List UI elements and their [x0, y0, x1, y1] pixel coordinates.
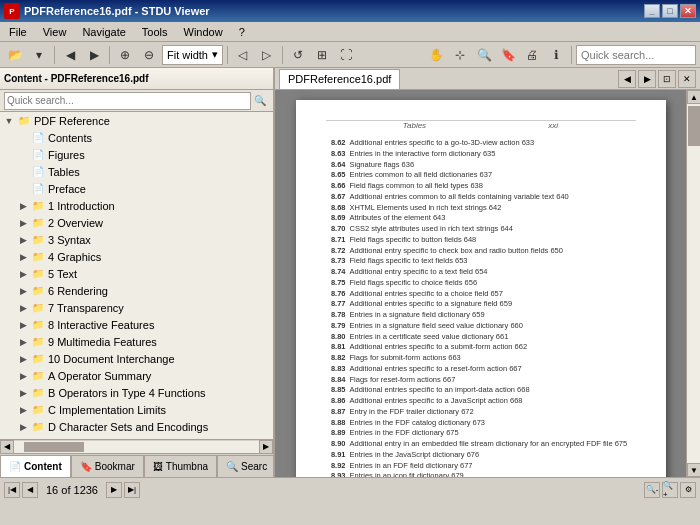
tree-toggle-ch7[interactable]: ▶ [16, 301, 30, 315]
status-settings-button[interactable]: ⚙ [680, 482, 696, 498]
hscroll-left-button[interactable]: ◀ [0, 440, 14, 454]
panel-search-button[interactable]: 🔍 [251, 92, 269, 110]
tree-item-ch1[interactable]: ▶ 📁 1 Introduction [0, 197, 273, 214]
tree-icon-chA: 📁 [30, 368, 46, 384]
pdf-detach-button[interactable]: ⊡ [658, 70, 676, 88]
tree-toggle-ch1[interactable]: ▶ [16, 199, 30, 213]
hscroll-thumb[interactable] [24, 442, 84, 452]
pdf-tab-bar: PDFReference16.pdf ◀ ▶ ⊡ ✕ [275, 68, 700, 90]
tree-item-chD[interactable]: ▶ 📁 D Character Sets and Encodings [0, 418, 273, 435]
tree-item-ch4[interactable]: ▶ 📁 4 Graphics [0, 248, 273, 265]
tree-item-root[interactable]: ▼ 📁 PDF Reference [0, 112, 273, 129]
tab-content[interactable]: 📄 Content [0, 455, 71, 477]
pdf-vscroll-track[interactable] [687, 104, 700, 463]
tree-item-chC[interactable]: ▶ 📁 C Implementation Limits [0, 401, 273, 418]
tree-item-chB[interactable]: ▶ 📁 B Operators in Type 4 Functions [0, 384, 273, 401]
tree-item-preface[interactable]: 📄 Preface [0, 180, 273, 197]
tab-search[interactable]: 🔍 Searc [217, 455, 275, 477]
tree-toggle-ch8[interactable]: ▶ [16, 318, 30, 332]
toolbar-open-button[interactable]: 📂 [4, 44, 26, 66]
tab-bookmark[interactable]: 🔖 Bookmar [71, 455, 144, 477]
status-next-page-button[interactable]: ▶ [106, 482, 122, 498]
menu-tools[interactable]: Tools [135, 24, 175, 40]
maximize-button[interactable]: □ [662, 4, 678, 18]
pdf-file-tab[interactable]: PDFReference16.pdf [279, 69, 400, 89]
pdf-nav-right-button[interactable]: ▶ [638, 70, 656, 88]
tree-item-ch9[interactable]: ▶ 📁 9 Multimedia Features [0, 333, 273, 350]
menu-window[interactable]: Window [177, 24, 230, 40]
minimize-button[interactable]: _ [644, 4, 660, 18]
menu-navigate[interactable]: Navigate [75, 24, 132, 40]
tree-item-ch3[interactable]: ▶ 📁 3 Syntax [0, 231, 273, 248]
panel-search-box[interactable] [4, 92, 251, 110]
toolbar-back-button[interactable]: ◀ [59, 44, 81, 66]
toolbar-forward-button[interactable]: ▶ [83, 44, 105, 66]
toolbar-hand-button[interactable]: ✋ [425, 44, 447, 66]
tree-toggle-ch6[interactable]: ▶ [16, 284, 30, 298]
toolbar-zoom-in-button[interactable]: ⊕ [114, 44, 136, 66]
tree-toggle-ch10[interactable]: ▶ [16, 352, 30, 366]
menu-help[interactable]: ? [232, 24, 252, 40]
pdf-close-button[interactable]: ✕ [678, 70, 696, 88]
status-prev-page-button[interactable]: ◀ [22, 482, 38, 498]
tree-item-ch8[interactable]: ▶ 📁 8 Interactive Features [0, 316, 273, 333]
toolbar-next-page-button[interactable]: ▷ [256, 44, 278, 66]
pdf-vscroll-down-button[interactable]: ▼ [687, 463, 700, 477]
toolbar-zoom-select-button[interactable]: 🔍 [473, 44, 495, 66]
toolbar-fit-page-button[interactable]: ⊞ [311, 44, 333, 66]
hscroll-track[interactable] [14, 441, 259, 453]
menu-file[interactable]: File [2, 24, 34, 40]
pdf-nav-left-button[interactable]: ◀ [618, 70, 636, 88]
toolbar-bookmark-button[interactable]: 🔖 [497, 44, 519, 66]
left-panel-hscroll[interactable]: ◀ ▶ [0, 439, 273, 453]
pdf-entry: 8.82Flags for submit-form actions 663 [326, 353, 636, 363]
toolbar-print-button[interactable]: 🖨 [521, 44, 543, 66]
tree-item-contents[interactable]: 📄 Contents [0, 129, 273, 146]
tree-item-chA[interactable]: ▶ 📁 A Operator Summary [0, 367, 273, 384]
tree-item-ch10[interactable]: ▶ 📁 10 Document Interchange [0, 350, 273, 367]
toolbar-fullscreen-button[interactable]: ⛶ [335, 44, 357, 66]
tree-label-tables: Tables [48, 166, 80, 178]
pdf-vscroll[interactable]: ▲ ▼ [686, 90, 700, 477]
tree-toggle-chC[interactable]: ▶ [16, 403, 30, 417]
hscroll-right-button[interactable]: ▶ [259, 440, 273, 454]
tree-toggle-ch4[interactable]: ▶ [16, 250, 30, 264]
panel-search-input[interactable] [7, 95, 248, 106]
tree-item-ch2[interactable]: ▶ 📁 2 Overview [0, 214, 273, 231]
tree-label-ch7: 7 Transparency [48, 302, 124, 314]
toolbar-rotate-button[interactable]: ↺ [287, 44, 309, 66]
status-zoom-out-button[interactable]: 🔍- [644, 482, 660, 498]
status-right: 🔍- 🔍+ ⚙ [644, 482, 696, 498]
toolbar-separator-2 [109, 46, 110, 64]
fit-width-dropdown[interactable]: Fit width ▾ [162, 45, 223, 65]
toolbar-select-button[interactable]: ⊹ [449, 44, 471, 66]
toolbar-zoom-out-button[interactable]: ⊖ [138, 44, 160, 66]
status-first-page-button[interactable]: |◀ [4, 482, 20, 498]
pdf-vscroll-up-button[interactable]: ▲ [687, 90, 700, 104]
status-zoom-in-button[interactable]: 🔍+ [662, 482, 678, 498]
pdf-content[interactable]: Tables xxi 8.62Additional entries specif… [275, 90, 686, 477]
toolbar-dropdown-button[interactable]: ▾ [28, 44, 50, 66]
tree-toggle-root[interactable]: ▼ [2, 114, 16, 128]
tree-item-ch7[interactable]: ▶ 📁 7 Transparency [0, 299, 273, 316]
toolbar-properties-button[interactable]: ℹ [545, 44, 567, 66]
toolbar-prev-page-button[interactable]: ◁ [232, 44, 254, 66]
tree-item-tables[interactable]: 📄 Tables [0, 163, 273, 180]
tree-toggle-ch9[interactable]: ▶ [16, 335, 30, 349]
menu-view[interactable]: View [36, 24, 74, 40]
tree-toggle-chD[interactable]: ▶ [16, 420, 30, 434]
tab-thumbnail[interactable]: 🖼 Thumbna [144, 455, 217, 477]
quick-search-input[interactable] [576, 45, 696, 65]
tree-toggle-chB[interactable]: ▶ [16, 386, 30, 400]
tree-item-ch5[interactable]: ▶ 📁 5 Text [0, 265, 273, 282]
status-last-page-button[interactable]: ▶| [124, 482, 140, 498]
pdf-vscroll-thumb[interactable] [688, 106, 700, 146]
tree-item-figures[interactable]: 📄 Figures [0, 146, 273, 163]
tree-toggle-ch2[interactable]: ▶ [16, 216, 30, 230]
tree-item-ch6[interactable]: ▶ 📁 6 Rendering [0, 282, 273, 299]
tree-toggle-ch3[interactable]: ▶ [16, 233, 30, 247]
pdf-entry-text: Flags for reset-form actions 667 [350, 375, 456, 385]
tree-toggle-chA[interactable]: ▶ [16, 369, 30, 383]
close-button[interactable]: ✕ [680, 4, 696, 18]
tree-toggle-ch5[interactable]: ▶ [16, 267, 30, 281]
